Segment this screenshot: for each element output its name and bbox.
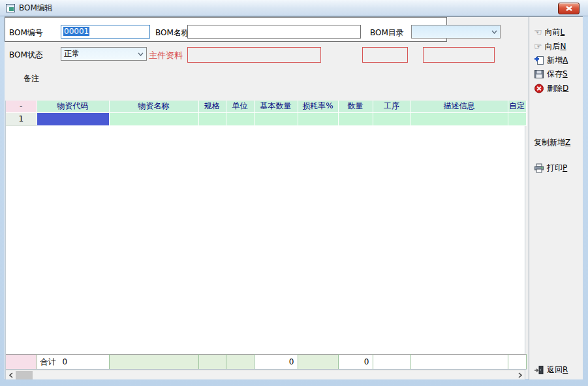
copy-add-button[interactable]: 复制新增Z	[534, 137, 570, 148]
hand-point-right-icon: ☞	[534, 42, 542, 50]
total-value: 0	[63, 357, 68, 366]
horizontal-scrollbar[interactable]	[6, 370, 525, 379]
col-header-process: 工序	[373, 101, 410, 112]
close-button[interactable]	[558, 3, 580, 14]
bom-status-select[interactable]: 正常	[61, 47, 147, 61]
bom-status-label: BOM状态	[9, 50, 43, 61]
table-header-row: - 物资代码 物资名称 规格 单位 基本数量 损耗率% 数量 工序 描述信息 自…	[6, 101, 526, 112]
red-circle-x-icon	[534, 84, 544, 93]
cell-description[interactable]	[410, 112, 508, 125]
bom-number-selected-text: 00001	[63, 27, 89, 36]
total-process-cell	[373, 355, 410, 370]
next-button[interactable]: ☞ 向后N	[534, 40, 566, 52]
total-description-cell	[410, 355, 508, 370]
total-label: 合计	[40, 357, 56, 366]
prev-button[interactable]: ☜ 向前L	[534, 26, 565, 38]
row-number-cell[interactable]: 1	[6, 112, 37, 125]
total-loss-rate-cell	[298, 355, 338, 370]
main-part-label: 主件资料	[149, 50, 183, 61]
total-row-table: 合计0 0 0	[6, 354, 527, 370]
total-spec-cell	[198, 355, 226, 370]
total-label-cell: 合计0	[37, 355, 109, 370]
cell-unit[interactable]	[226, 112, 254, 125]
col-header-unit: 单位	[226, 101, 254, 112]
page-title: BOM编辑	[19, 3, 53, 14]
bom-name-label: BOM名称	[155, 27, 189, 39]
total-unit-cell	[226, 355, 254, 370]
scroll-left-arrow-icon[interactable]	[6, 370, 16, 380]
col-header-material-name: 物资名称	[109, 101, 198, 112]
col-header-rownum: -	[6, 101, 37, 112]
scrollbar-thumb[interactable]	[16, 371, 33, 379]
cell-custom[interactable]	[508, 112, 526, 125]
scroll-right-arrow-icon[interactable]	[515, 370, 525, 380]
bom-items-grid: - 物资代码 物资名称 规格 单位 基本数量 损耗率% 数量 工序 描述信息 自…	[5, 101, 525, 379]
table-row: 1	[6, 112, 526, 125]
total-basic-qty: 0	[254, 355, 298, 370]
col-header-spec: 规格	[198, 101, 226, 112]
cell-spec[interactable]	[198, 112, 226, 125]
bom-items-table: - 物资代码 物资名称 规格 单位 基本数量 损耗率% 数量 工序 描述信息 自…	[6, 101, 527, 126]
bom-directory-select[interactable]	[411, 25, 501, 39]
cell-basic-qty[interactable]	[254, 112, 298, 125]
print-button[interactable]: 打印P	[534, 162, 567, 174]
bom-name-input[interactable]	[187, 25, 361, 39]
total-material-name-cell	[109, 355, 198, 370]
col-header-description: 描述信息	[410, 101, 508, 112]
titlebar[interactable]: BOM编辑	[0, 0, 588, 16]
main-part-field-3[interactable]	[423, 47, 495, 63]
cell-material-code-selected[interactable]	[37, 112, 109, 125]
bom-edit-window: BOM编辑 BOM编号 00001 BOM名称 BOM目录 BOM状态 正常	[0, 0, 588, 386]
action-panel: ☜ 向前L ☞ 向后N 新增A	[529, 17, 583, 379]
col-header-custom: 自定	[508, 101, 526, 112]
hand-point-left-icon: ☜	[534, 28, 542, 36]
bom-number-input[interactable]: 00001	[61, 25, 150, 39]
floppy-disk-icon	[534, 69, 544, 79]
total-qty: 0	[338, 355, 373, 370]
chevron-down-icon	[489, 25, 500, 38]
col-header-qty: 数量	[338, 101, 373, 112]
form-window-icon	[6, 4, 15, 12]
printer-icon	[534, 163, 544, 173]
chevron-down-icon	[135, 48, 146, 60]
col-header-loss-rate: 损耗率%	[298, 101, 338, 112]
grid-empty-area	[6, 126, 525, 355]
save-button[interactable]: 保存S	[534, 68, 568, 80]
cell-process[interactable]	[373, 112, 410, 125]
bom-directory-label: BOM目录	[370, 27, 404, 39]
bom-status-value: 正常	[61, 48, 135, 59]
exit-door-icon	[534, 365, 544, 375]
remark-label: 备注	[23, 73, 39, 84]
main-part-field-2[interactable]	[362, 47, 408, 63]
total-row: 合计0 0 0	[6, 355, 526, 370]
cell-qty[interactable]	[338, 112, 373, 125]
total-custom-cell	[508, 355, 526, 370]
cell-loss-rate[interactable]	[298, 112, 338, 125]
cell-material-name[interactable]	[109, 112, 198, 125]
close-icon	[566, 6, 572, 11]
total-rownum-cell	[6, 355, 37, 370]
bom-number-label: BOM编号	[9, 27, 43, 39]
col-header-material-code: 物资代码	[37, 101, 109, 112]
back-button[interactable]: 返回R	[534, 364, 568, 376]
client-area: BOM编号 00001 BOM名称 BOM目录 BOM状态 正常 主件资料 备注	[5, 16, 583, 379]
add-button[interactable]: 新增A	[534, 54, 568, 66]
delete-button[interactable]: 删除D	[534, 82, 568, 94]
main-part-field-1[interactable]	[187, 47, 321, 63]
page-plus-icon	[534, 56, 544, 65]
col-header-basic-qty: 基本数量	[254, 101, 298, 112]
